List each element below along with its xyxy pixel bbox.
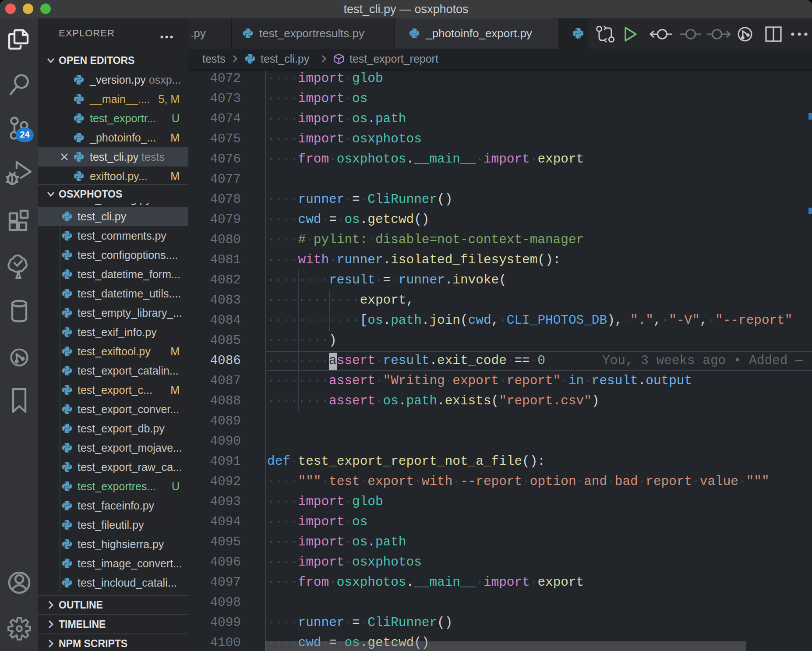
svg-text:24: 24 <box>20 130 30 139</box>
